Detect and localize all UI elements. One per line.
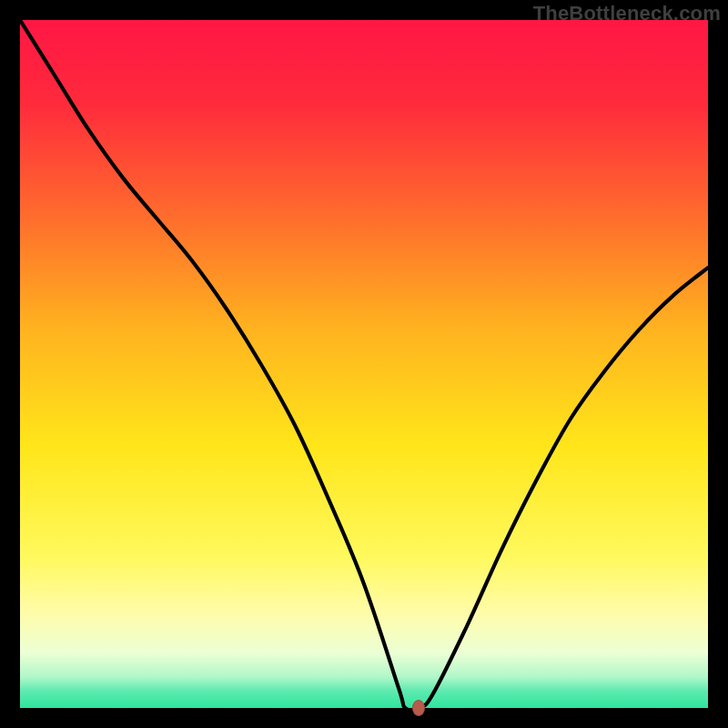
gradient-background	[20, 20, 708, 708]
watermark-text: TheBottleneck.com	[533, 2, 721, 25]
plot-area	[20, 20, 708, 708]
chart-frame: TheBottleneck.com	[0, 0, 728, 728]
plot-svg	[20, 20, 708, 708]
optimal-point-marker	[412, 700, 425, 716]
